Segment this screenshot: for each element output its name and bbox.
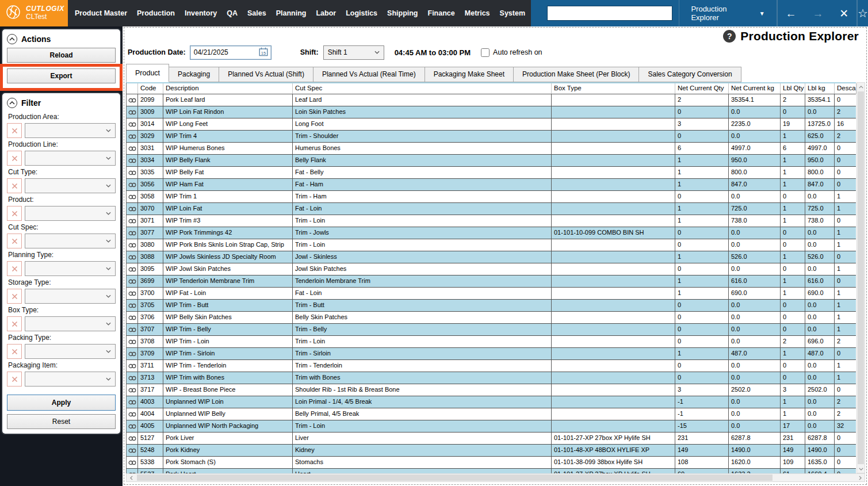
- table-row[interactable]: 4004Unplanned WIP BellyBelly Primal, 4/5…: [127, 408, 856, 420]
- table-row[interactable]: 3014WIP Long FeetLong Foot32235.01913725…: [127, 118, 856, 131]
- row-link-icon[interactable]: [127, 215, 138, 227]
- clear-filter-button[interactable]: [7, 261, 22, 276]
- clear-filter-button[interactable]: [7, 344, 22, 359]
- row-link-icon[interactable]: [127, 300, 138, 311]
- horizontal-scrollbar[interactable]: [126, 473, 865, 482]
- tab-production-make-sheet-per-block[interactable]: Production Make Sheet (Per Block): [513, 67, 639, 82]
- filter-select-packing-type[interactable]: [25, 344, 116, 359]
- favorite-star-icon[interactable]: ☆: [858, 7, 868, 19]
- row-link-icon[interactable]: [127, 433, 138, 444]
- clear-filter-button[interactable]: [7, 206, 22, 221]
- row-link-icon[interactable]: [127, 408, 138, 420]
- row-link-icon[interactable]: [127, 143, 138, 154]
- scroll-down-icon[interactable]: [857, 465, 865, 473]
- row-link-icon[interactable]: [127, 372, 138, 384]
- table-row[interactable]: 3009WIP Loin Fat RindonLoin Skin Patches…: [127, 106, 856, 118]
- scroll-left-icon[interactable]: [127, 474, 136, 481]
- shift-select[interactable]: Shift 1: [323, 45, 384, 60]
- table-row[interactable]: 3058WIP Trim 1Trim - Ham00.000.01: [127, 191, 856, 203]
- menu-item-shipping[interactable]: Shipping: [387, 9, 418, 17]
- menu-item-system[interactable]: System: [500, 9, 525, 17]
- menu-item-logistics[interactable]: Logistics: [346, 9, 377, 17]
- table-row[interactable]: 4005Unplanned WIP North PackagingTrim - …: [127, 420, 856, 433]
- table-row[interactable]: 3070WIP Loin FatFat - Loin1725.01725.01: [127, 203, 856, 215]
- clear-filter-button[interactable]: [7, 178, 22, 193]
- tab-product[interactable]: Product: [126, 64, 169, 82]
- row-link-icon[interactable]: [127, 227, 138, 239]
- table-row[interactable]: 3031WIP Humerus BonesHumerus Bones64997.…: [127, 143, 856, 155]
- table-row[interactable]: 3706WIP Belly Skin PatchesBelly Skin Pat…: [127, 312, 856, 324]
- table-row[interactable]: 3705WIP Trim - ButtTrim - Butt00.000.01: [127, 300, 856, 312]
- row-link-icon[interactable]: [127, 191, 138, 202]
- table-row[interactable]: 3711WIP Trim - TenderloinTrim - Tenderlo…: [127, 360, 856, 372]
- row-link-icon[interactable]: [127, 131, 138, 142]
- table-row[interactable]: 3088WIP Jowls Skinless JD Specialty Room…: [127, 251, 856, 263]
- tab-planned-vs-actual-real-time[interactable]: Planned Vs Actual (Real Time): [313, 67, 425, 82]
- tab-planned-vs-actual-shift[interactable]: Planned Vs Actual (Shift): [219, 67, 313, 82]
- row-link-icon[interactable]: [127, 275, 138, 287]
- menu-item-product-master[interactable]: Product Master: [75, 9, 127, 17]
- vertical-scrollbar[interactable]: [856, 82, 865, 473]
- collapse-filter-icon[interactable]: [7, 98, 17, 108]
- column-header-net-current-kg[interactable]: Net Current kg: [729, 83, 781, 94]
- row-link-icon[interactable]: [127, 312, 138, 323]
- menu-item-metrics[interactable]: Metrics: [465, 9, 490, 17]
- table-row[interactable]: 3029WIP Trim 4Trim - Shoulder00.01625.02: [127, 131, 856, 143]
- reset-button[interactable]: Reset: [7, 414, 116, 429]
- menu-item-finance[interactable]: Finance: [428, 9, 455, 17]
- filter-select-box-type[interactable]: [25, 316, 116, 331]
- search-input[interactable]: [547, 6, 672, 21]
- column-header-icon[interactable]: [127, 83, 138, 94]
- column-header-lbl-qty[interactable]: Lbl Qty: [781, 83, 805, 94]
- row-link-icon[interactable]: [127, 155, 138, 166]
- table-row[interactable]: 3056WIP Ham FatFat - Ham1847.01847.00: [127, 179, 856, 191]
- table-row[interactable]: 3034WIP Belly FlankBelly Flank1950.01950…: [127, 155, 856, 167]
- column-header-lbl-kg[interactable]: Lbl kg: [805, 83, 835, 94]
- table-row[interactable]: 3713WIP Trim with BonesTrim with Bones00…: [127, 372, 856, 384]
- filter-select-cut-type[interactable]: [25, 178, 116, 193]
- table-row[interactable]: 3709WIP Trim - SirloinTrim - Sirloin1487…: [127, 348, 856, 360]
- collapse-actions-icon[interactable]: [7, 34, 17, 44]
- menu-item-labor[interactable]: Labor: [316, 9, 336, 17]
- clear-filter-button[interactable]: [7, 151, 22, 166]
- table-row[interactable]: 3707WIP Trim - BellyTrim - Belly00.000.0…: [127, 324, 856, 336]
- scroll-right-icon[interactable]: [855, 474, 865, 481]
- clear-filter-button[interactable]: [7, 372, 22, 386]
- clear-filter-button[interactable]: [7, 316, 22, 331]
- row-link-icon[interactable]: [127, 118, 138, 130]
- filter-select-production-line[interactable]: [25, 151, 116, 166]
- row-link-icon[interactable]: [127, 239, 138, 251]
- row-link-icon[interactable]: [127, 420, 138, 432]
- row-link-icon[interactable]: [127, 263, 138, 275]
- table-row[interactable]: 3077WIP Pork Trimmings 42Trim - Jowls01-…: [127, 227, 856, 239]
- row-link-icon[interactable]: [127, 324, 138, 335]
- menu-item-inventory[interactable]: Inventory: [185, 9, 217, 17]
- row-link-icon[interactable]: [127, 336, 138, 347]
- table-row[interactable]: 3699WIP Tenderloin Membrane TrimTenderlo…: [127, 275, 856, 288]
- table-row[interactable]: 5248Pork KidneyKidney01-101-48-XP 48BOX …: [127, 445, 856, 457]
- close-icon[interactable]: ✕: [839, 8, 848, 19]
- column-header-box-type[interactable]: Box Type: [552, 83, 675, 94]
- table-row[interactable]: 3071WIP Trim #3Trim - Loin1738.01738.00: [127, 215, 856, 227]
- row-link-icon[interactable]: [127, 167, 138, 178]
- column-header-cut-spec[interactable]: Cut Spec: [293, 83, 552, 94]
- auto-refresh-checkbox[interactable]: [481, 48, 490, 57]
- menu-item-production[interactable]: Production: [137, 9, 175, 17]
- row-link-icon[interactable]: [127, 251, 138, 263]
- row-link-icon[interactable]: [127, 457, 138, 468]
- horizontal-scrollbar-thumb[interactable]: [137, 474, 773, 481]
- back-icon[interactable]: ←: [786, 8, 797, 19]
- tab-packaging[interactable]: Packaging: [169, 67, 219, 82]
- table-row[interactable]: 3035WIP Belly FatFat - Belly1800.01800.0…: [127, 167, 856, 179]
- column-header-code[interactable]: Code: [138, 83, 163, 94]
- row-link-icon[interactable]: [127, 106, 138, 118]
- menu-item-planning[interactable]: Planning: [276, 9, 307, 17]
- clear-filter-button[interactable]: [7, 123, 22, 138]
- row-link-icon[interactable]: [127, 396, 138, 408]
- row-link-icon[interactable]: [127, 348, 138, 359]
- row-link-icon[interactable]: [127, 179, 138, 190]
- filter-select-packaging-item[interactable]: [25, 372, 116, 386]
- table-row[interactable]: 5127Pork LiverLiver01-101-27-XP 27box XP…: [127, 433, 856, 445]
- table-row[interactable]: 3700WIP Fat - LoinFat - Loin1690.01690.0…: [127, 288, 856, 300]
- table-row[interactable]: 3708WIP Trim - LoinTrim - Loin00.02696.0…: [127, 336, 856, 348]
